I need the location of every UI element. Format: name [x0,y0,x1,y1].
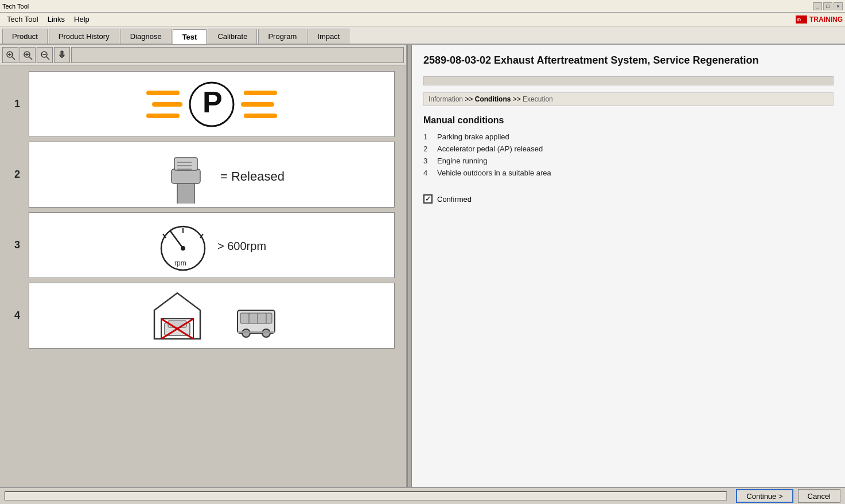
svg-text:P: P [203,85,223,119]
bottom-bar: Continue > Cancel [0,487,845,504]
tab-product-history[interactable]: Product History [49,29,119,44]
toolbar-spacer [71,47,404,63]
illus-box-1: P [29,71,395,137]
training-badge: ID TRAINING [796,15,843,24]
info-bar [423,76,834,85]
illus-box-4 [29,283,395,349]
tab-calibrate[interactable]: Calibrate [208,29,257,44]
condition-3: 3 Engine running [423,157,834,165]
illus-num-3: 3 [11,239,23,251]
menu-links[interactable]: Links [43,14,69,25]
conditions-list: 1 Parking brake applied 2 Accelerator pe… [423,132,834,181]
svg-text:ID: ID [797,18,801,22]
right-panel-title: 2589-08-03-02 Exhaust Aftertreatment Sys… [423,54,834,67]
close-button[interactable]: × [834,2,843,10]
illus-num-1: 1 [11,98,23,110]
svg-text:= Released: = Released [220,169,285,183]
condition-2: 2 Accelerator pedal (AP) released [423,144,834,153]
zoom-out-button[interactable] [37,47,53,63]
main-content: 1 P [0,45,845,487]
svg-line-7 [29,57,32,60]
breadcrumb-information: Information [429,95,463,103]
continue-button[interactable]: Continue > [736,489,793,503]
illustration-area: 1 P [0,65,406,487]
breadcrumb: Information >> Conditions >> Execution [423,92,834,106]
svg-rect-23 [174,158,197,170]
horizontal-scrollbar[interactable] [5,491,727,501]
zoom-in-button[interactable] [20,47,36,63]
menu-tech-tool[interactable]: Tech Tool [2,14,43,25]
tab-product[interactable]: Product [2,29,48,44]
svg-rect-49 [237,331,275,333]
app-title: Tech Tool [2,3,29,10]
pan-button[interactable] [54,47,70,63]
zoom-search-button[interactable] [2,47,18,63]
confirmed-label: Confirmed [437,195,472,204]
title-bar-buttons: _ □ × [813,2,843,10]
nav-tabs: Product Product History Diagnose Test Ca… [0,26,845,45]
left-panel: 1 P [0,45,407,487]
tab-program[interactable]: Program [258,29,306,44]
condition-4: 4 Vehicle outdoors in a suitable area [423,169,834,177]
illus-box-3: rpm > 600rpm [29,212,395,278]
toolbar [0,45,406,65]
illus-num-2: 2 [11,169,23,181]
panel-divider [407,45,412,487]
minimize-button[interactable]: _ [813,2,822,10]
section-title: Manual conditions [423,115,834,126]
title-bar: Tech Tool _ □ × [0,0,845,13]
tab-test[interactable]: Test [173,29,207,44]
confirmed-checkbox[interactable] [423,194,433,204]
illustration-row-1: 1 P [11,71,395,137]
maximize-button[interactable]: □ [823,2,832,10]
confirmed-row: Confirmed [423,194,834,204]
svg-rect-21 [177,181,194,204]
menu-help[interactable]: Help [69,14,94,25]
illus-box-2: = Released [29,142,395,208]
condition-1: 1 Parking brake applied [423,132,834,141]
svg-line-11 [46,57,49,60]
training-icon: ID [796,15,807,24]
svg-line-32 [170,231,183,248]
svg-text:rpm: rpm [174,259,186,267]
illustration-row-2: 2 = Relea [11,142,395,208]
right-panel: 2589-08-03-02 Exhaust Aftertreatment Sys… [412,45,845,487]
svg-text:> 600rpm: > 600rpm [217,240,266,252]
svg-point-33 [181,246,185,251]
training-label: TRAINING [809,15,843,24]
svg-line-3 [12,57,15,60]
svg-rect-22 [172,169,200,183]
illustration-row-4: 4 [11,283,395,349]
cancel-button[interactable]: Cancel [798,489,840,503]
breadcrumb-execution: Execution [523,95,553,103]
illus-num-4: 4 [11,310,23,322]
tab-diagnose[interactable]: Diagnose [120,29,172,44]
menu-bar: Tech Tool Links Help ID TRAINING [0,13,845,26]
breadcrumb-conditions: Conditions [475,95,511,103]
tab-impact[interactable]: Impact [307,29,349,44]
svg-rect-43 [240,313,272,323]
illustration-row-3: 3 rpm > 600rp [11,212,395,278]
